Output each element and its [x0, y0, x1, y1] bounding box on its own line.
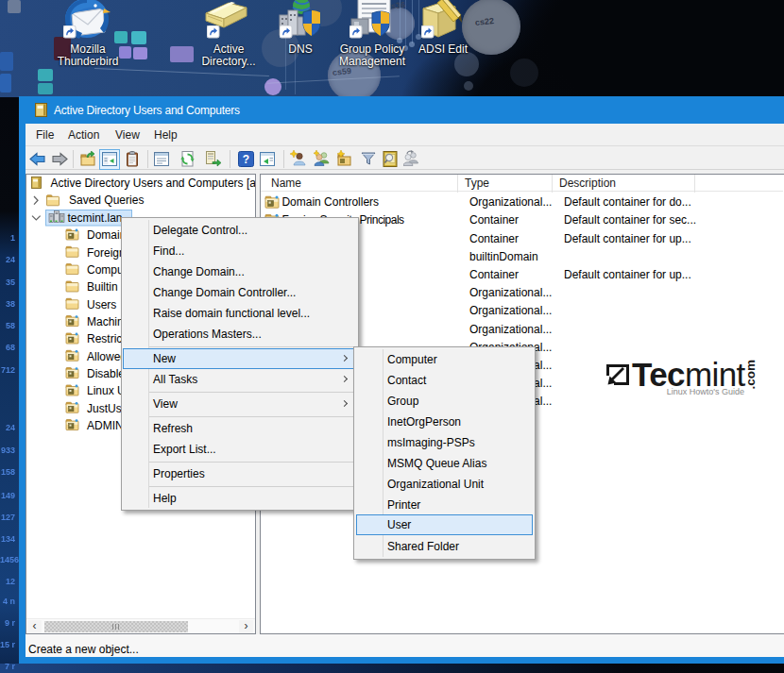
svg-text:?: ? [243, 153, 249, 166]
